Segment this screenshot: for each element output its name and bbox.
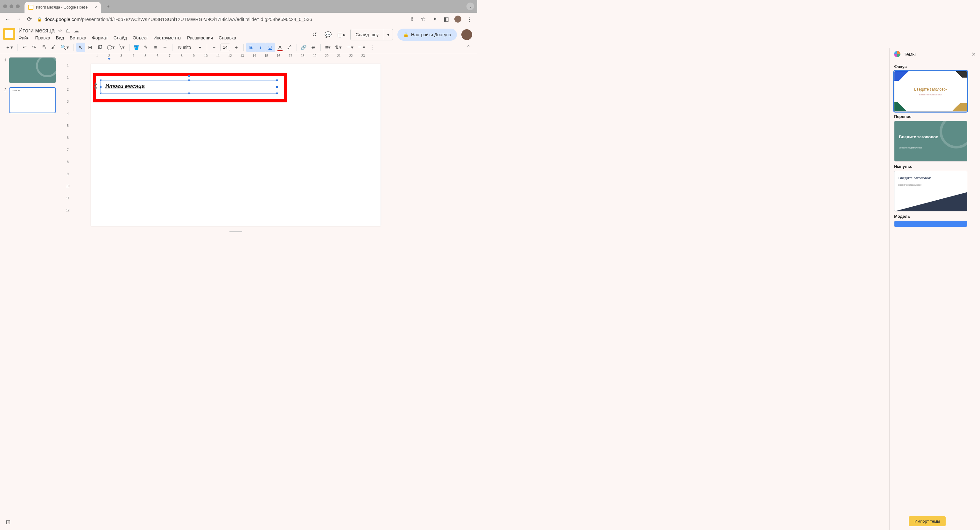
menu-slide[interactable]: Слайд [114,35,127,40]
title-text[interactable]: Итоги месяца [101,81,277,92]
resize-handle[interactable] [100,86,102,88]
profile-avatar-icon[interactable] [454,16,461,22]
vertical-ruler: 1123456789101112 [64,61,72,258]
zoom-button[interactable]: 🔍▾ [59,43,71,52]
image-tool[interactable]: 🖼 [95,43,104,52]
more-button[interactable]: ⋮ [368,43,377,52]
fill-color-button[interactable]: 🪣 [132,43,141,52]
resize-handle[interactable] [188,92,190,94]
menu-view[interactable]: Вид [56,35,64,40]
menu-file[interactable]: Файл [19,35,29,40]
reload-button[interactable]: ⟳ [26,16,32,22]
menu-extensions[interactable]: Расширения [187,35,213,40]
bold-button[interactable]: B [246,43,256,52]
minimize-window-icon[interactable] [10,5,13,8]
menu-object[interactable]: Объект [133,35,148,40]
autofit-handle-icon[interactable]: ▲≡▼ [94,82,98,90]
extensions-icon[interactable]: ✦ [431,16,438,22]
comment-button[interactable]: ⊕ [309,43,318,52]
tabs-overflow-icon[interactable]: ⌄ [466,3,474,10]
account-avatar-icon[interactable] [461,29,472,40]
comments-icon[interactable]: 💬 [324,30,332,39]
star-icon[interactable]: ☆ [58,28,62,34]
increase-font-button[interactable]: + [232,43,241,52]
textbox-tool[interactable]: ⊞ [86,43,95,52]
collapse-toolbar-icon[interactable]: ⌃ [464,43,473,52]
text-color-button[interactable]: A [275,43,285,52]
resize-handle[interactable] [100,92,102,94]
slideshow-button[interactable]: Слайд-шоу ▾ [350,29,393,40]
new-tab-button[interactable]: + [104,2,112,11]
filmstrip-slide[interactable]: 2 Итоги ме [3,87,61,113]
select-tool[interactable]: ↖ [76,43,85,52]
print-button[interactable]: 🖶 [40,43,48,52]
present-camera-icon[interactable]: ▢▸ [337,30,346,39]
resize-handle[interactable] [276,79,278,81]
highlight-button[interactable]: 🖍 [285,43,294,52]
slide-canvas[interactable]: ▲≡▼ Итоги месяца [91,63,380,226]
indent-marker-icon[interactable] [108,58,111,60]
border-dash-button[interactable]: ┅ [161,43,170,52]
redo-button[interactable]: ↷ [30,43,39,52]
share-button[interactable]: 🔒 Настройки Доступа [398,29,457,41]
bullet-list-button[interactable]: ≔▾ [344,43,355,52]
decrease-font-button[interactable]: − [210,43,219,52]
url-host: docs.google.com [45,16,81,22]
chrome-menu-icon[interactable]: ⋮ [466,16,473,22]
border-weight-button[interactable]: ≡ [151,43,160,52]
menu-format[interactable]: Формат [92,35,108,40]
filmstrip-slide[interactable]: 1 [3,57,61,83]
tab-close-icon[interactable]: × [94,5,97,10]
number-list-button[interactable]: ≕▾ [356,43,367,52]
line-tool[interactable]: ╲▾ [118,43,127,52]
cloud-status-icon[interactable]: ☁ [74,28,79,34]
slide-thumbnail[interactable] [9,57,56,83]
lock-icon: 🔒 [37,17,42,22]
line-spacing-button[interactable]: ⇅▾ [333,43,344,52]
menu-edit[interactable]: Правка [35,35,50,40]
rotate-handle-icon[interactable] [188,75,190,77]
font-family-select[interactable]: Nunito▾ [175,45,204,50]
menu-insert[interactable]: Вставка [70,35,86,40]
italic-button[interactable]: I [256,43,266,52]
share-label: Настройки Доступа [411,32,451,37]
browser-tab[interactable]: Итоги месяца - Google Презе × [24,2,101,13]
menu-tools[interactable]: Инструменты [154,35,181,40]
url-field[interactable]: 🔒 docs.google.com/presentation/d/1-qp78z… [37,16,404,22]
forward-button[interactable]: → [15,16,22,22]
border-color-button[interactable]: ✎ [142,43,151,52]
close-window-icon[interactable] [3,5,7,8]
new-slide-button[interactable]: + ▾ [5,43,15,52]
align-button[interactable]: ≡▾ [323,43,332,52]
underline-button[interactable]: U [266,43,275,52]
document-title[interactable]: Итоги месяца [19,27,55,34]
slide-thumbnail[interactable]: Итоги ме [9,87,56,113]
shape-tool[interactable]: ◯▾ [105,43,117,52]
window-controls [3,5,20,8]
bookmark-icon[interactable]: ☆ [420,16,426,22]
slideshow-dropdown-icon[interactable]: ▾ [384,32,393,37]
resize-handle[interactable] [276,92,278,94]
slide-stage[interactable]: ▲≡▼ Итоги месяца [72,61,477,258]
resize-handle[interactable] [276,86,278,88]
resize-handle[interactable] [188,79,190,81]
history-icon[interactable]: ↺ [310,30,319,39]
maximize-window-icon[interactable] [16,5,20,8]
horizontal-ruler: 1234567891011121314151617181920212223 [72,54,477,61]
slides-logo-icon[interactable] [3,28,15,40]
sidepanel-icon[interactable]: ◧ [443,16,449,22]
resize-handle[interactable] [100,79,102,81]
title-textbox[interactable]: Итоги месяца [100,80,277,94]
undo-button[interactable]: ↶ [21,43,29,52]
font-size-input[interactable]: 14 [221,44,230,51]
toolbar: + ▾ ↶ ↷ 🖶 🖌 🔍▾ ↖ ⊞ 🖼 ◯▾ ╲▾ 🪣 ✎ ≡ ┅ Nunit… [0,41,477,54]
address-bar: ← → ⟳ 🔒 docs.google.com/presentation/d/1… [0,13,477,25]
slide-number: 1 [3,57,6,83]
move-folder-icon[interactable]: 🗀 [65,28,71,34]
paint-format-button[interactable]: 🖌 [49,43,58,52]
share-page-icon[interactable]: ⇪ [409,16,415,22]
link-button[interactable]: 🔗 [299,43,308,52]
menu-help[interactable]: Справка [219,35,236,40]
menu-bar: Файл Правка Вид Вставка Формат Слайд Объ… [19,35,307,40]
back-button[interactable]: ← [5,16,11,22]
